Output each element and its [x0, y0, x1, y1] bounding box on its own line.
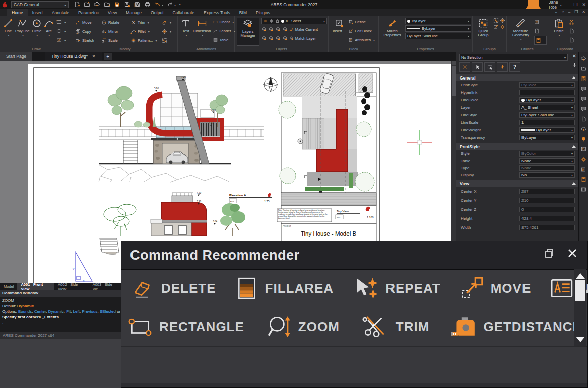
paste-special-button[interactable]: [569, 36, 580, 44]
table-button[interactable]: Table: [213, 36, 235, 44]
cut-button[interactable]: [569, 18, 580, 26]
option-fit[interactable]: Fit: [66, 309, 73, 314]
pin-palette-icon[interactable]: [572, 62, 577, 68]
command-history[interactable]: ZOOM Default: Dynamic Options: BoundsCen…: [0, 297, 121, 320]
tab-collaborate[interactable]: Collaborate: [168, 9, 199, 16]
layer-combo[interactable]: A_ Sheet: [519, 105, 575, 110]
doc-restore-icon[interactable]: ❐: [574, 10, 578, 14]
references-panel-icon[interactable]: [581, 116, 586, 122]
tab-a002-side-view[interactable]: A002 - Side View: [54, 283, 89, 290]
scroll-down-icon[interactable]: [576, 337, 585, 342]
scale-button[interactable]: Scale: [101, 36, 130, 44]
layer-tool-icon[interactable]: [268, 36, 274, 41]
comments-panel-icon[interactable]: [581, 106, 586, 112]
tab-view[interactable]: View: [103, 9, 121, 16]
user-menu[interactable]: Jane Roe: [549, 0, 561, 10]
layer-tool-icon[interactable]: [282, 36, 288, 41]
trim-button[interactable]: Trim: [130, 18, 162, 26]
qat-customize-icon[interactable]: ▪ =: [179, 2, 184, 7]
tab-plugins[interactable]: Plugins: [251, 9, 275, 16]
height-field[interactable]: 428.4: [519, 216, 575, 221]
make-current-button[interactable]: Make Current: [289, 25, 318, 33]
quick-select-button[interactable]: [497, 62, 508, 72]
keys-panel-icon[interactable]: [581, 167, 586, 172]
command-rectangle[interactable]: RECTANGLE: [127, 315, 244, 338]
window-select-button[interactable]: [484, 62, 495, 72]
rotate-button[interactable]: Rotate: [101, 18, 130, 26]
command-getdistance[interactable]: GETDISTANCE: [451, 315, 581, 339]
save-icon[interactable]: [114, 1, 120, 8]
workspace-select[interactable]: CAD General: [11, 1, 69, 8]
layer-tool-icon[interactable]: [261, 36, 267, 41]
tab-model[interactable]: Model: [0, 283, 17, 290]
move-button[interactable]: Move: [75, 18, 101, 26]
polyline-button[interactable]: PolyLine: [14, 18, 31, 38]
section-general[interactable]: General: [456, 74, 579, 81]
linestyle-combo[interactable]: ByLayerSolid line: [519, 112, 575, 118]
scrollbar-thumb[interactable]: [452, 66, 456, 96]
rectangle-tool-button[interactable]: [56, 18, 66, 26]
arc-button[interactable]: Arc: [43, 18, 55, 38]
table-combo[interactable]: None: [519, 158, 575, 164]
attributes-button[interactable]: Attributes: [349, 36, 377, 44]
tab-home[interactable]: Home: [7, 9, 28, 16]
save-all-icon[interactable]: [134, 1, 141, 8]
copy-button[interactable]: Copy: [75, 27, 101, 35]
width-field[interactable]: 875.4261: [519, 225, 575, 230]
command-fillarea[interactable]: FILLAREA: [235, 277, 334, 300]
linescale-field[interactable]: 1: [519, 120, 575, 125]
command-input[interactable]: :: [0, 320, 121, 325]
command-recommender-titlebar[interactable]: Command Recommender: [121, 241, 587, 270]
properties-panel-icon[interactable]: [581, 177, 586, 182]
transparency-combo[interactable]: ByLayer: [519, 135, 575, 140]
text-button[interactable]: Text: [180, 18, 192, 38]
float-panel-icon[interactable]: [544, 248, 554, 258]
printstyle-combo[interactable]: ByColor: [519, 82, 575, 88]
dissolve-group-icon[interactable]: [500, 24, 505, 30]
calculator-button[interactable]: [534, 36, 547, 45]
option-selected[interactable]: SElected: [100, 309, 116, 314]
hatch-tool-button[interactable]: [56, 36, 66, 44]
scroll-up-icon[interactable]: [576, 273, 585, 279]
command-window-title[interactable]: Command Window: [0, 290, 121, 297]
tab-manage[interactable]: Manage: [121, 9, 146, 16]
minimize-button[interactable]: –: [566, 2, 569, 7]
materials-panel-icon[interactable]: [581, 146, 586, 152]
close-tab-icon[interactable]: ✕: [92, 54, 96, 59]
explode-button[interactable]: [162, 27, 174, 35]
linestyle-combo[interactable]: ByLayerSolid line: [405, 33, 471, 39]
import-icon[interactable]: [104, 1, 110, 8]
sync-panel-icon[interactable]: [581, 126, 586, 132]
doc-minimize-icon[interactable]: –: [568, 10, 570, 14]
hyperlink-field[interactable]: [519, 90, 575, 95]
center-y-field[interactable]: 210: [519, 198, 575, 203]
edit-group-icon[interactable]: [493, 24, 499, 30]
display-combo[interactable]: No: [519, 172, 575, 178]
command-trim[interactable]: TRIM: [362, 315, 430, 339]
layer-tool-icon[interactable]: [268, 27, 274, 32]
linear-dim-button[interactable]: Linear: [213, 18, 235, 26]
delete-button[interactable]: [162, 18, 174, 26]
help-icon[interactable]: ?: [562, 10, 564, 14]
layer-tool-icon[interactable]: [275, 27, 281, 32]
command-repeat[interactable]: REPEAT: [353, 277, 441, 300]
option-bounds[interactable]: Bounds: [18, 309, 34, 314]
line-button[interactable]: Line: [2, 18, 14, 38]
section-printstyle[interactable]: PrintStyle: [456, 143, 579, 150]
circle-button[interactable]: Circle: [31, 18, 43, 38]
notifications-panel-icon[interactable]: [581, 136, 586, 142]
paste-button[interactable]: Paste: [550, 18, 567, 38]
doc-close-icon[interactable]: ✕: [582, 10, 585, 14]
command-move[interactable]: MOVE: [460, 277, 532, 300]
group-tool-icon[interactable]: [493, 18, 499, 23]
layer-tool-icon[interactable]: [261, 27, 267, 32]
scrollbar-thumb[interactable]: [575, 280, 585, 301]
fillet-button[interactable]: Fillet: [130, 27, 162, 35]
recommender-scrollbar[interactable]: [574, 269, 586, 346]
copy-clipboard-button[interactable]: [569, 27, 580, 35]
tab-start-page[interactable]: Start Page: [0, 52, 32, 61]
match-properties-button[interactable]: Match Properties: [381, 18, 404, 38]
new-tab-button[interactable]: +: [104, 53, 112, 60]
structure-panel-icon[interactable]: [581, 187, 586, 192]
tab-a003-side-view[interactable]: A003 - Side Vie: [89, 283, 121, 290]
